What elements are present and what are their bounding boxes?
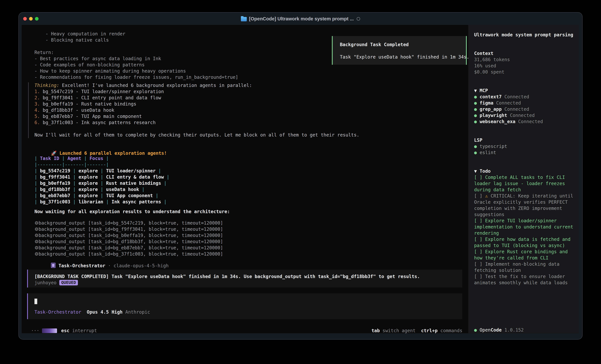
text-cursor bbox=[34, 299, 37, 304]
warning-icon: ⚠ bbox=[485, 193, 491, 199]
traffic-lights bbox=[23, 13, 39, 25]
table-row: | bg_5547c219 | explore | TUI loader/spi… bbox=[34, 168, 169, 174]
table-row: | bg_f9ff3041 | explore | CLI entry & da… bbox=[34, 174, 169, 180]
title-bar[interactable]: [OpenCode] Ultrawork mode system prompt … bbox=[19, 13, 582, 25]
app-window: [OpenCode] Ultrawork mode system prompt … bbox=[19, 12, 582, 340]
context-stat-line: $0.00 spent bbox=[474, 69, 576, 75]
tool-call-line: ⚙background_output [task_id=bg_37f1c003,… bbox=[34, 251, 223, 257]
input-agent-name[interactable]: Task-Orchestrator bbox=[34, 309, 81, 315]
table-header-row: | Task ID | Agent | Focus | bbox=[34, 155, 169, 162]
zoom-button[interactable] bbox=[35, 17, 39, 20]
window-title: [OpenCode] Ultrawork mode system prompt … bbox=[249, 16, 354, 21]
input-provider: Anthropic bbox=[122, 309, 150, 315]
thinking-agent-list: 1. bg_5547c219 - TUI loader/spinner expl… bbox=[34, 88, 359, 126]
todo-item: [ ] Test the fix to ensure loader animat… bbox=[474, 274, 576, 286]
thinking-agent-item: 3. bg_b0effa19 - Rust native bindings bbox=[34, 101, 359, 107]
table-row: | bg_eb87ebb7 | explore | TUI App compon… bbox=[34, 193, 169, 199]
status-dot-icon: ● bbox=[474, 327, 480, 333]
collapse-triangle-icon[interactable]: ▼ bbox=[474, 168, 480, 174]
context-stats: 31,686 tokens16% used$0.00 spent bbox=[474, 57, 576, 75]
thinking-agent-item: 4. bg_df18bb3f - useData hook bbox=[34, 107, 359, 113]
queue-line: junhoyeo QUEUED bbox=[34, 280, 457, 286]
todo-checkbox: [ ] bbox=[474, 237, 485, 242]
agent-icon bbox=[51, 263, 56, 268]
ctrlp-key-hint: ctrl+p bbox=[415, 328, 438, 333]
esc-key-hint: esc bbox=[61, 328, 70, 333]
prompt-input-box[interactable]: Task-Orchestrator Opus 4.5 High Anthropi… bbox=[27, 293, 462, 319]
terminal-main-pane: - Heavy computation in render - Blocking… bbox=[22, 25, 468, 333]
agent-model: claude-opus-4-5-high bbox=[113, 263, 169, 268]
mcp-heading[interactable]: ▼ MCP bbox=[474, 87, 576, 94]
output-line: - Blocking native calls bbox=[34, 37, 238, 43]
collapse-triangle-icon[interactable]: ▼ bbox=[474, 88, 480, 93]
mcp-item: ● playwright Connected bbox=[474, 112, 576, 119]
table-row: | bg_df18bb3f | explore | useData hook | bbox=[34, 186, 169, 193]
status-dot-icon: ● bbox=[474, 100, 480, 106]
gear-icon: ⚙ bbox=[34, 233, 39, 238]
progress-spinner bbox=[42, 328, 57, 333]
mcp-item: ● context7 Connected bbox=[474, 94, 576, 100]
rocket-icon: 🚀 bbox=[51, 151, 57, 156]
thinking-block: Thinking: Excellent! I've launched 6 bac… bbox=[28, 82, 359, 138]
lsp-item: ● typescript bbox=[474, 143, 576, 150]
thinking-agent-item: 5. bg_eb87ebb7 - TUI App main component bbox=[34, 113, 359, 120]
gear-icon: ⚙ bbox=[34, 220, 39, 226]
gear-icon: ⚙ bbox=[34, 227, 39, 232]
output-line: - How to keep spinner animating during h… bbox=[34, 68, 238, 74]
todo-checkbox: [ ] bbox=[474, 249, 485, 254]
todo-item: [ ] Complete ALL tasks to fix CLI loader… bbox=[474, 174, 576, 193]
assistant-output-intro: - Heavy computation in render - Blocking… bbox=[34, 31, 238, 80]
notification-body: Task "Explore useData hook" finished in … bbox=[340, 54, 466, 60]
mcp-item: ● websearch_exa Connected bbox=[474, 119, 576, 125]
tool-call-line: ⚙background_output [task_id=bg_df18bb3f,… bbox=[34, 239, 223, 245]
context-heading: Context bbox=[474, 50, 576, 57]
minimize-button[interactable] bbox=[29, 17, 33, 20]
tool-call-line: ⚙background_output [task_id=bg_b0effa19,… bbox=[34, 232, 223, 239]
thinking-agent-item: 2. bg_f9ff3041 - CLI entry point and dat… bbox=[34, 95, 359, 101]
folder-icon bbox=[241, 17, 247, 21]
status-dot-icon: ● bbox=[474, 119, 480, 124]
todo-item: [ ] Explore how data is fetched and pass… bbox=[474, 236, 576, 249]
status-bar-right: tab switch agent ctrl+p commands bbox=[371, 328, 462, 334]
input-model[interactable]: Opus 4.5 High bbox=[81, 309, 123, 315]
todo-checkbox: [ ] bbox=[474, 261, 485, 267]
status-bar: ··· esc interrupt tab switch agent ctrl+… bbox=[22, 328, 468, 334]
todo-heading[interactable]: ▼ Todo bbox=[474, 168, 576, 174]
close-button[interactable] bbox=[23, 17, 27, 20]
waiting-heading: Now waiting for all exploration results … bbox=[34, 209, 230, 215]
sidebar-title: Ultrawork mode system prompt parsing bbox=[474, 32, 576, 38]
table-separator-row: |---------|-------|-------| bbox=[34, 162, 169, 168]
output-line: - Best practices for async data loading … bbox=[34, 56, 238, 62]
background-task-notification[interactable]: Background Task Completed Task "Explore … bbox=[332, 36, 467, 65]
background-task-message: [BACKGROUND TASK COMPLETED] Task "Explor… bbox=[34, 274, 457, 280]
gear-icon: ⚙ bbox=[34, 239, 39, 244]
agents-table: | Task ID | Agent | Focus | |---------|-… bbox=[34, 155, 169, 205]
todo-item: [ ] ⚠ CRITICAL: Keep iterating until Ora… bbox=[474, 193, 576, 218]
table-row: | bg_b0effa19 | explore | Rust native bi… bbox=[34, 180, 169, 186]
input-agent-line: Task-Orchestrator Opus 4.5 High Anthropi… bbox=[34, 309, 457, 315]
todo-checkbox: [ ] bbox=[474, 193, 485, 199]
thinking-agent-item: 1. bg_5547c219 - TUI loader/spinner expl… bbox=[34, 88, 359, 95]
context-stat-line: 16% used bbox=[474, 63, 576, 69]
table-body: | bg_5547c219 | explore | TUI loader/spi… bbox=[34, 168, 169, 205]
output-line bbox=[34, 43, 238, 49]
thinking-outro: Now I'll wait for all of them to complet… bbox=[34, 132, 359, 138]
todo-item: [ ] Implement non-blocking data fetching… bbox=[474, 261, 576, 274]
app-version-footer: ● OpenCode 1.0.152 bbox=[474, 327, 524, 333]
mcp-item: ● grep_app Connected bbox=[474, 106, 576, 112]
lsp-item: ● eslint bbox=[474, 150, 576, 156]
output-line: Return: bbox=[34, 49, 238, 56]
output-line: - Code examples of non-blocking patterns bbox=[34, 62, 238, 68]
tool-call-list: ⚙background_output [task_id=bg_5547c219,… bbox=[34, 220, 223, 257]
queue-user: junhoyeo bbox=[34, 280, 59, 285]
tool-call-line: ⚙background_output [task_id=bg_f9ff3041,… bbox=[34, 226, 223, 232]
status-dot-icon: ● bbox=[474, 94, 480, 99]
status-dot-icon: ● bbox=[474, 144, 480, 149]
mcp-list: ● context7 Connected● figma Connected● g… bbox=[474, 94, 576, 125]
todo-item: [ ] Explore Rust core bindings and how t… bbox=[474, 249, 576, 261]
queued-badge: QUEUED bbox=[59, 280, 78, 285]
status-dot-icon: ● bbox=[474, 106, 480, 112]
todo-list: [ ] Complete ALL tasks to fix CLI loader… bbox=[474, 174, 576, 286]
gear-icon: ⚙ bbox=[34, 245, 39, 250]
agent-name: Task-Orchestrator bbox=[59, 263, 105, 268]
